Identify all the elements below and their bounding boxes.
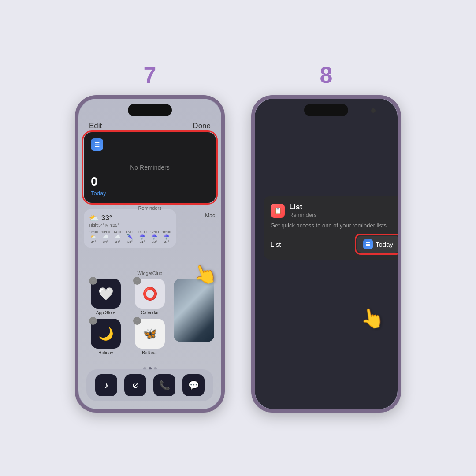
large-tile xyxy=(174,279,214,342)
phone-icon: 📞 xyxy=(159,380,170,390)
dock-safari-icon[interactable]: ⊘ xyxy=(124,374,146,396)
weather-temp: 33° xyxy=(101,214,112,222)
popup-today-icon: ☰ xyxy=(363,239,373,249)
popup-today-button[interactable]: ☰ Today xyxy=(357,236,398,253)
weather-widget: ⛅ 33° High:34° Min:25° 12:00⛅34° 13:00☁️… xyxy=(84,209,176,248)
popup-reminders-app-icon: 📋 xyxy=(271,204,285,218)
dock-messages-icon[interactable]: 💬 xyxy=(182,374,205,396)
step-8: 8 📋 List Reminders Get xyxy=(251,63,401,413)
popup-row: List ☰ Today xyxy=(271,236,398,253)
widget-today: Today xyxy=(91,190,106,197)
popup-description: Get quick access to one of your reminder… xyxy=(271,222,398,230)
music-note-icon: ♪ xyxy=(104,380,108,390)
step-7-number: 7 xyxy=(144,63,156,86)
app-store-label: App Store xyxy=(96,310,115,315)
weather-hours: 12:00⛅34° 13:00☁️34° 14:00☁️34° 15:00🌂33… xyxy=(89,230,171,244)
messages-icon: 💬 xyxy=(188,380,199,390)
edit-button[interactable]: Edit xyxy=(89,122,102,130)
holiday-minus-badge: − xyxy=(89,317,97,325)
weather-top: ⛅ 33° xyxy=(89,213,171,223)
bereal-label: BeReal. xyxy=(142,350,158,355)
minus-badge: − xyxy=(89,277,97,285)
dock-music-icon[interactable]: ♪ xyxy=(95,374,117,396)
widget-name-label: Reminders xyxy=(84,205,216,211)
phone-8-screen: 📋 List Reminders Get quick access to one… xyxy=(255,99,398,409)
calendar-wrap[interactable]: − ⭕ Calendar xyxy=(130,279,170,315)
widget-count: 0 xyxy=(91,175,98,189)
popup-list-label: List xyxy=(271,241,281,248)
dynamic-island-7 xyxy=(128,104,172,116)
main-container: 7 Edit Done ☰ No Reminders 0 Today Remin… xyxy=(57,46,419,430)
popup-title: List xyxy=(289,203,317,212)
widget-reminders-icon: ☰ xyxy=(91,138,103,151)
no-reminders-text: No Reminders xyxy=(130,164,169,171)
compass-icon: ⊘ xyxy=(132,380,139,390)
step-7: 7 Edit Done ☰ No Reminders 0 Today Remin… xyxy=(75,63,225,413)
popup-card[interactable]: 📋 List Reminders Get quick access to one… xyxy=(264,196,398,260)
hand-cursor-8: 👆 xyxy=(358,305,386,332)
large-tile-wrap xyxy=(174,279,214,355)
phone-7: Edit Done ☰ No Reminders 0 Today Reminde… xyxy=(75,95,225,413)
dock-phone-icon[interactable]: 📞 xyxy=(153,374,175,396)
weather-cloud-icon: ⛅ xyxy=(89,213,99,223)
reminders-widget[interactable]: ☰ No Reminders 0 Today Reminders xyxy=(84,132,216,203)
app-grid: − 🤍 App Store − ⭕ xyxy=(86,279,214,355)
holiday-wrap[interactable]: − 🌙 Holiday xyxy=(86,319,126,355)
app-store-wrap[interactable]: − 🤍 App Store xyxy=(86,279,126,315)
calendar-minus-badge: − xyxy=(133,277,141,285)
bereal-minus-badge: − xyxy=(133,317,141,325)
mac-label: Mac xyxy=(205,212,215,219)
popup-header: 📋 List Reminders xyxy=(271,203,398,218)
popup-today-text: Today xyxy=(376,241,393,248)
holiday-label: Holiday xyxy=(98,350,113,355)
dock: ♪ ⊘ 📞 💬 xyxy=(86,369,213,401)
bereal-wrap[interactable]: − 🦋 BeReal. xyxy=(130,319,170,355)
dynamic-island-8 xyxy=(304,104,348,116)
calendar-label: Calendar xyxy=(141,310,159,315)
step-8-number: 8 xyxy=(320,63,333,86)
top-bar-7: Edit Done xyxy=(78,122,221,130)
done-button[interactable]: Done xyxy=(193,122,211,130)
popup-subtitle: Reminders xyxy=(289,212,317,218)
phone-8: 📋 List Reminders Get quick access to one… xyxy=(251,95,401,413)
weather-highlow: High:34° Min:25° xyxy=(89,223,171,227)
phone-7-screen: Edit Done ☰ No Reminders 0 Today Reminde… xyxy=(78,99,221,409)
camera-dot xyxy=(371,108,376,113)
